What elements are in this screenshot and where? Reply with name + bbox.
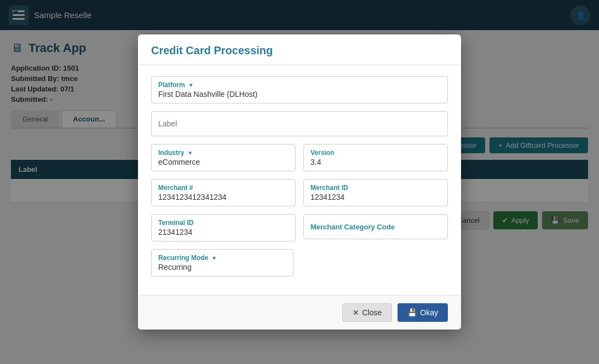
- modal-title: Credit Card Processing: [151, 44, 273, 56]
- merchant-row: Merchant # 1234123412341234 Merchant ID …: [151, 179, 448, 206]
- close-button[interactable]: ✕ Close: [342, 303, 393, 322]
- recurring-row: Recurring Mode ▼ Recurring: [151, 249, 448, 276]
- version-field: Version 3.4: [303, 144, 448, 171]
- modal-overlay: Credit Card Processing Platform ▼ First …: [0, 0, 599, 364]
- industry-version-row: Industry ▼ eCommerce Version 3.4: [151, 144, 448, 171]
- platform-field: Platform ▼ First Data Nashville (DLHost): [151, 76, 448, 103]
- recurring-label: Recurring Mode: [158, 254, 208, 262]
- platform-label: Platform: [158, 81, 185, 89]
- terminal-id-field: Terminal ID 21341234: [151, 214, 296, 241]
- version-label: Version: [310, 149, 334, 157]
- industry-dropdown-arrow: ▼: [187, 150, 193, 156]
- industry-label: Industry: [158, 149, 184, 157]
- credit-card-processing-modal: Credit Card Processing Platform ▼ First …: [138, 34, 461, 330]
- okay-button[interactable]: 💾 Okay: [398, 303, 448, 322]
- platform-dropdown-arrow: ▼: [188, 82, 194, 88]
- close-icon: ✕: [353, 308, 359, 317]
- merchant-num-label: Merchant #: [158, 184, 193, 192]
- recurring-field: Recurring Mode ▼ Recurring: [151, 249, 293, 276]
- merchant-id-label: Merchant ID: [310, 184, 348, 192]
- merchant-cat-label: Merchant Category Code: [310, 223, 395, 231]
- terminal-id-label: Terminal ID: [158, 219, 193, 227]
- label-field[interactable]: [151, 111, 448, 136]
- merchant-cat-field[interactable]: Merchant Category Code: [303, 214, 448, 241]
- okay-icon: 💾: [407, 308, 417, 317]
- recurring-dropdown-arrow: ▼: [211, 255, 217, 261]
- merchant-num-field: Merchant # 1234123412341234: [151, 179, 296, 206]
- modal-body: Platform ▼ First Data Nashville (DLHost): [138, 65, 461, 295]
- terminal-id-value: 21341234: [158, 228, 289, 236]
- platform-value: First Data Nashville (DLHost): [158, 90, 441, 99]
- industry-value: eCommerce: [158, 158, 289, 166]
- label-row: [151, 111, 448, 136]
- terminal-mcc-row: Terminal ID 21341234 Merchant Category C…: [151, 214, 448, 241]
- industry-field: Industry ▼ eCommerce: [151, 144, 296, 171]
- recurring-value: Recurring: [158, 263, 286, 271]
- label-input[interactable]: [151, 111, 448, 136]
- close-label: Close: [362, 308, 382, 317]
- merchant-id-field: Merchant ID 12341234: [303, 179, 448, 206]
- version-value: 3.4: [310, 158, 441, 166]
- modal-header: Credit Card Processing: [138, 34, 461, 65]
- merchant-id-value: 12341234: [310, 193, 441, 201]
- modal-footer: ✕ Close 💾 Okay: [138, 295, 461, 330]
- merchant-num-value: 1234123412341234: [158, 193, 289, 201]
- platform-row: Platform ▼ First Data Nashville (DLHost): [151, 76, 448, 103]
- okay-label: Okay: [420, 308, 438, 317]
